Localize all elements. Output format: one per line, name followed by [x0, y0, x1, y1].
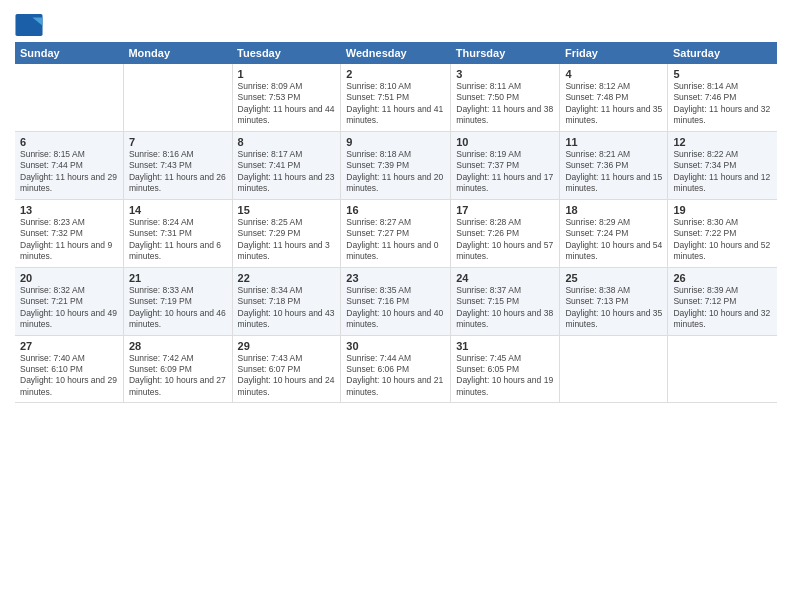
day-number: 16 — [346, 204, 445, 216]
weekday-header-row: SundayMondayTuesdayWednesdayThursdayFrid… — [15, 42, 777, 64]
day-number: 23 — [346, 272, 445, 284]
calendar-cell — [560, 335, 668, 403]
day-number: 30 — [346, 340, 445, 352]
day-info: Sunrise: 8:38 AM Sunset: 7:13 PM Dayligh… — [565, 285, 662, 331]
weekday-header-sunday: Sunday — [15, 42, 123, 64]
day-number: 13 — [20, 204, 118, 216]
week-row-4: 20Sunrise: 8:32 AM Sunset: 7:21 PM Dayli… — [15, 267, 777, 335]
day-info: Sunrise: 8:18 AM Sunset: 7:39 PM Dayligh… — [346, 149, 445, 195]
day-info: Sunrise: 8:35 AM Sunset: 7:16 PM Dayligh… — [346, 285, 445, 331]
day-number: 14 — [129, 204, 227, 216]
day-info: Sunrise: 8:29 AM Sunset: 7:24 PM Dayligh… — [565, 217, 662, 263]
day-number: 11 — [565, 136, 662, 148]
day-info: Sunrise: 7:43 AM Sunset: 6:07 PM Dayligh… — [238, 353, 336, 399]
calendar-cell: 2Sunrise: 8:10 AM Sunset: 7:51 PM Daylig… — [341, 64, 451, 131]
week-row-5: 27Sunrise: 7:40 AM Sunset: 6:10 PM Dayli… — [15, 335, 777, 403]
day-info: Sunrise: 8:09 AM Sunset: 7:53 PM Dayligh… — [238, 81, 336, 127]
day-number: 31 — [456, 340, 554, 352]
day-number: 29 — [238, 340, 336, 352]
day-info: Sunrise: 7:44 AM Sunset: 6:06 PM Dayligh… — [346, 353, 445, 399]
day-info: Sunrise: 8:27 AM Sunset: 7:27 PM Dayligh… — [346, 217, 445, 263]
calendar-cell: 9Sunrise: 8:18 AM Sunset: 7:39 PM Daylig… — [341, 131, 451, 199]
day-info: Sunrise: 8:24 AM Sunset: 7:31 PM Dayligh… — [129, 217, 227, 263]
day-number: 6 — [20, 136, 118, 148]
day-number: 3 — [456, 68, 554, 80]
weekday-header-wednesday: Wednesday — [341, 42, 451, 64]
day-number: 15 — [238, 204, 336, 216]
logo-icon — [15, 14, 43, 36]
day-info: Sunrise: 8:34 AM Sunset: 7:18 PM Dayligh… — [238, 285, 336, 331]
calendar-cell: 13Sunrise: 8:23 AM Sunset: 7:32 PM Dayli… — [15, 199, 123, 267]
calendar-cell — [123, 64, 232, 131]
calendar-cell: 21Sunrise: 8:33 AM Sunset: 7:19 PM Dayli… — [123, 267, 232, 335]
logo — [15, 14, 46, 36]
day-number: 26 — [673, 272, 772, 284]
day-info: Sunrise: 8:22 AM Sunset: 7:34 PM Dayligh… — [673, 149, 772, 195]
day-info: Sunrise: 8:12 AM Sunset: 7:48 PM Dayligh… — [565, 81, 662, 127]
calendar-cell: 26Sunrise: 8:39 AM Sunset: 7:12 PM Dayli… — [668, 267, 777, 335]
calendar-cell: 30Sunrise: 7:44 AM Sunset: 6:06 PM Dayli… — [341, 335, 451, 403]
day-number: 24 — [456, 272, 554, 284]
day-info: Sunrise: 8:17 AM Sunset: 7:41 PM Dayligh… — [238, 149, 336, 195]
day-info: Sunrise: 8:14 AM Sunset: 7:46 PM Dayligh… — [673, 81, 772, 127]
calendar-cell: 7Sunrise: 8:16 AM Sunset: 7:43 PM Daylig… — [123, 131, 232, 199]
day-number: 7 — [129, 136, 227, 148]
day-number: 4 — [565, 68, 662, 80]
day-number: 27 — [20, 340, 118, 352]
header — [15, 10, 777, 36]
calendar-cell: 28Sunrise: 7:42 AM Sunset: 6:09 PM Dayli… — [123, 335, 232, 403]
day-info: Sunrise: 8:28 AM Sunset: 7:26 PM Dayligh… — [456, 217, 554, 263]
day-info: Sunrise: 7:40 AM Sunset: 6:10 PM Dayligh… — [20, 353, 118, 399]
calendar-table: SundayMondayTuesdayWednesdayThursdayFrid… — [15, 42, 777, 403]
calendar-cell: 24Sunrise: 8:37 AM Sunset: 7:15 PM Dayli… — [451, 267, 560, 335]
day-info: Sunrise: 8:25 AM Sunset: 7:29 PM Dayligh… — [238, 217, 336, 263]
day-number: 21 — [129, 272, 227, 284]
page-container: SundayMondayTuesdayWednesdayThursdayFrid… — [0, 0, 792, 413]
calendar-cell: 14Sunrise: 8:24 AM Sunset: 7:31 PM Dayli… — [123, 199, 232, 267]
day-number: 17 — [456, 204, 554, 216]
calendar-cell: 8Sunrise: 8:17 AM Sunset: 7:41 PM Daylig… — [232, 131, 341, 199]
weekday-header-friday: Friday — [560, 42, 668, 64]
day-info: Sunrise: 8:19 AM Sunset: 7:37 PM Dayligh… — [456, 149, 554, 195]
calendar-cell: 3Sunrise: 8:11 AM Sunset: 7:50 PM Daylig… — [451, 64, 560, 131]
day-info: Sunrise: 8:23 AM Sunset: 7:32 PM Dayligh… — [20, 217, 118, 263]
calendar-cell: 31Sunrise: 7:45 AM Sunset: 6:05 PM Dayli… — [451, 335, 560, 403]
weekday-header-thursday: Thursday — [451, 42, 560, 64]
calendar-cell: 1Sunrise: 8:09 AM Sunset: 7:53 PM Daylig… — [232, 64, 341, 131]
week-row-2: 6Sunrise: 8:15 AM Sunset: 7:44 PM Daylig… — [15, 131, 777, 199]
calendar-cell: 10Sunrise: 8:19 AM Sunset: 7:37 PM Dayli… — [451, 131, 560, 199]
svg-rect-0 — [15, 14, 42, 36]
calendar-cell: 20Sunrise: 8:32 AM Sunset: 7:21 PM Dayli… — [15, 267, 123, 335]
calendar-cell: 15Sunrise: 8:25 AM Sunset: 7:29 PM Dayli… — [232, 199, 341, 267]
day-info: Sunrise: 8:30 AM Sunset: 7:22 PM Dayligh… — [673, 217, 772, 263]
calendar-cell: 12Sunrise: 8:22 AM Sunset: 7:34 PM Dayli… — [668, 131, 777, 199]
day-info: Sunrise: 8:21 AM Sunset: 7:36 PM Dayligh… — [565, 149, 662, 195]
day-info: Sunrise: 8:16 AM Sunset: 7:43 PM Dayligh… — [129, 149, 227, 195]
day-info: Sunrise: 8:10 AM Sunset: 7:51 PM Dayligh… — [346, 81, 445, 127]
day-info: Sunrise: 8:11 AM Sunset: 7:50 PM Dayligh… — [456, 81, 554, 127]
calendar-cell: 4Sunrise: 8:12 AM Sunset: 7:48 PM Daylig… — [560, 64, 668, 131]
calendar-cell — [668, 335, 777, 403]
day-info: Sunrise: 7:42 AM Sunset: 6:09 PM Dayligh… — [129, 353, 227, 399]
day-info: Sunrise: 8:39 AM Sunset: 7:12 PM Dayligh… — [673, 285, 772, 331]
weekday-header-monday: Monday — [123, 42, 232, 64]
calendar-cell: 11Sunrise: 8:21 AM Sunset: 7:36 PM Dayli… — [560, 131, 668, 199]
day-number: 2 — [346, 68, 445, 80]
day-number: 25 — [565, 272, 662, 284]
day-number: 5 — [673, 68, 772, 80]
calendar-cell: 22Sunrise: 8:34 AM Sunset: 7:18 PM Dayli… — [232, 267, 341, 335]
day-info: Sunrise: 7:45 AM Sunset: 6:05 PM Dayligh… — [456, 353, 554, 399]
calendar-cell: 16Sunrise: 8:27 AM Sunset: 7:27 PM Dayli… — [341, 199, 451, 267]
calendar-cell: 23Sunrise: 8:35 AM Sunset: 7:16 PM Dayli… — [341, 267, 451, 335]
day-number: 18 — [565, 204, 662, 216]
calendar-cell: 18Sunrise: 8:29 AM Sunset: 7:24 PM Dayli… — [560, 199, 668, 267]
day-number: 1 — [238, 68, 336, 80]
day-info: Sunrise: 8:37 AM Sunset: 7:15 PM Dayligh… — [456, 285, 554, 331]
calendar-cell: 19Sunrise: 8:30 AM Sunset: 7:22 PM Dayli… — [668, 199, 777, 267]
day-number: 10 — [456, 136, 554, 148]
calendar-cell: 5Sunrise: 8:14 AM Sunset: 7:46 PM Daylig… — [668, 64, 777, 131]
weekday-header-tuesday: Tuesday — [232, 42, 341, 64]
week-row-1: 1Sunrise: 8:09 AM Sunset: 7:53 PM Daylig… — [15, 64, 777, 131]
calendar-cell: 27Sunrise: 7:40 AM Sunset: 6:10 PM Dayli… — [15, 335, 123, 403]
day-number: 22 — [238, 272, 336, 284]
